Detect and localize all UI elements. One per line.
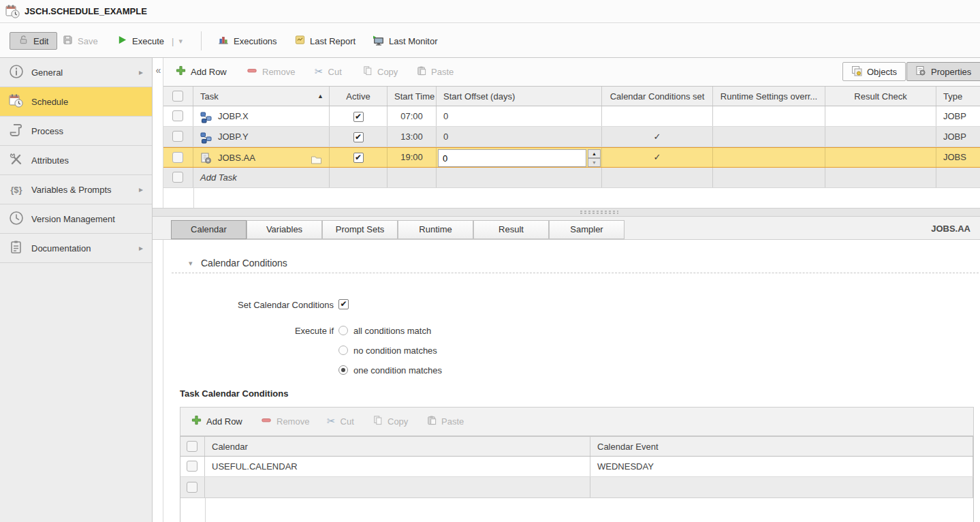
edit-button[interactable]: Edit <box>10 32 57 50</box>
conditions-remove-button[interactable]: Remove <box>261 412 309 430</box>
sidebar-item-schedule[interactable]: Schedule <box>0 87 152 117</box>
last-monitor-button[interactable]: Last Monitor <box>373 32 438 50</box>
active-checkbox[interactable]: ✔ <box>353 132 364 142</box>
calendar-conditions-cell <box>602 168 713 187</box>
row-checkbox[interactable] <box>187 461 197 472</box>
add-row-label: Add Row <box>206 416 242 427</box>
executions-button[interactable]: Executions <box>218 32 277 50</box>
column-header-runtime-settings[interactable]: Runtime Settings overr... <box>713 87 825 106</box>
paste-button[interactable]: Paste <box>417 63 454 80</box>
conditions-copy-button[interactable]: Copy <box>373 412 408 430</box>
set-calendar-conditions-checkbox[interactable]: ✔ <box>338 299 349 309</box>
tab-variables[interactable]: Variables <box>247 220 322 239</box>
active-cell: ✔ <box>330 106 388 126</box>
objects-button[interactable]: Objects <box>842 62 906 81</box>
start-time-cell <box>388 168 437 187</box>
runtime-settings-cell <box>713 148 825 167</box>
copy-label: Copy <box>377 67 398 77</box>
folder-icon[interactable] <box>311 153 322 167</box>
row-select-cell <box>180 457 205 476</box>
radio-label-all-conditions-match[interactable]: all conditions match <box>353 326 431 336</box>
select-all-checkbox[interactable] <box>172 91 183 102</box>
copy-icon <box>373 415 383 427</box>
column-header-calendar-event[interactable]: Calendar Event <box>590 437 973 456</box>
execute-dropdown-icon[interactable]: ▾ <box>178 37 183 46</box>
sidebar-item-general[interactable]: General ▸ <box>0 58 152 87</box>
sidebar-item-version-management[interactable]: Version Management <box>0 204 152 234</box>
spinner-up-icon[interactable]: ▲ <box>588 149 601 158</box>
column-header-active[interactable]: Active <box>330 87 388 106</box>
select-all-checkbox[interactable] <box>187 441 197 452</box>
column-header-result-check[interactable]: Result Check <box>825 87 936 106</box>
row-checkbox[interactable] <box>172 152 183 163</box>
properties-button[interactable]: Properties <box>906 62 980 81</box>
remove-label: Remove <box>262 67 295 77</box>
section-title: Calendar Conditions <box>201 258 287 268</box>
tab-prompt-sets[interactable]: Prompt Sets <box>322 220 398 239</box>
copy-button[interactable]: Copy <box>363 63 398 80</box>
paste-label: Paste <box>431 67 454 77</box>
execute-button[interactable]: Execute | ▾ <box>117 32 183 50</box>
collapse-sidebar-button[interactable]: « <box>154 65 163 77</box>
chevron-right-icon: ▸ <box>139 67 143 77</box>
column-header-calendar[interactable]: Calendar <box>205 437 590 456</box>
task-row-jobs-aa-selected[interactable]: JOBS.AA ✔ 19:00 ▲ ▼ ✓ JOBS <box>163 147 980 168</box>
column-header-start-offset[interactable]: Start Offset (days) <box>437 87 602 106</box>
task-calendar-conditions-title: Task Calendar Conditions <box>180 388 288 399</box>
radio-label-no-condition-matches[interactable]: no condition matches <box>353 346 437 356</box>
column-header-type[interactable]: Type <box>936 87 980 106</box>
row-checkbox[interactable] <box>172 110 183 121</box>
column-header-task[interactable]: Task▲ <box>193 87 330 106</box>
radio-label-one-condition-matches[interactable]: one condition matches <box>353 365 442 375</box>
conditions-cut-button[interactable]: ✂ Cut <box>327 412 354 430</box>
active-checkbox[interactable]: ✔ <box>353 153 364 163</box>
task-row-jobp-y[interactable]: JOBP.Y ✔ 13:00 0 ✓ JOBP <box>163 127 980 147</box>
sidebar-item-documentation[interactable]: Documentation ▸ <box>0 234 152 263</box>
row-select-cell <box>180 477 205 497</box>
workflow-icon <box>200 110 212 126</box>
start-offset-input[interactable] <box>438 149 586 167</box>
copy-icon <box>363 65 373 78</box>
start-time-cell: 13:00 <box>388 127 437 147</box>
scissors-icon: ✂ <box>315 65 323 78</box>
cut-button[interactable]: ✂ Cut <box>315 63 342 80</box>
execute-if-label: Execute if <box>163 326 334 336</box>
save-icon <box>63 35 73 47</box>
row-checkbox[interactable] <box>187 482 197 493</box>
minus-icon <box>247 65 257 78</box>
info-icon <box>9 64 24 81</box>
row-checkbox[interactable] <box>172 131 183 142</box>
row-checkbox[interactable] <box>172 172 183 183</box>
radio-all-conditions-match[interactable] <box>338 326 348 335</box>
section-collapse-icon[interactable]: ▾ <box>189 259 193 268</box>
tab-calendar[interactable]: Calendar <box>171 220 247 239</box>
condition-row-useful-calendar[interactable]: USEFUL.CALENDAR WEDNESDAY <box>180 457 973 477</box>
chevron-right-icon: ▸ <box>139 185 143 194</box>
schedule-icon <box>9 93 24 110</box>
radio-no-condition-matches[interactable] <box>338 346 348 355</box>
add-task-row[interactable]: Add Task <box>163 168 980 188</box>
spinner-down-icon[interactable]: ▼ <box>588 158 601 167</box>
sidebar-item-attributes[interactable]: Attributes <box>0 146 152 175</box>
sidebar-item-variables-prompts[interactable]: {$} Variables & Prompts ▸ <box>0 175 152 204</box>
save-button[interactable]: Save <box>63 32 98 50</box>
add-task-placeholder[interactable]: Add Task <box>193 168 330 187</box>
task-row-jobp-x[interactable]: JOBP.X ✔ 07:00 0 JOBP <box>163 106 980 127</box>
conditions-paste-button[interactable]: Paste <box>427 412 464 430</box>
column-header-calendar-conditions-set[interactable]: Calendar Conditions set <box>602 87 713 106</box>
variables-icon: {$} <box>9 185 24 195</box>
tab-result[interactable]: Result <box>473 220 549 239</box>
conditions-add-row-button[interactable]: Add Row <box>191 412 242 430</box>
column-header-start-time[interactable]: Start Time <box>388 87 437 106</box>
radio-one-condition-matches[interactable] <box>338 365 348 375</box>
horizontal-splitter[interactable] <box>153 208 980 217</box>
add-row-button[interactable]: Add Row <box>176 63 227 80</box>
tab-sampler[interactable]: Sampler <box>549 220 625 239</box>
active-checkbox[interactable]: ✔ <box>353 112 364 122</box>
sidebar-item-process[interactable]: Process <box>0 117 152 146</box>
condition-empty-row[interactable] <box>180 477 973 498</box>
tab-runtime[interactable]: Runtime <box>398 220 473 239</box>
remove-button[interactable]: Remove <box>247 63 295 80</box>
job-icon <box>200 152 212 167</box>
last-report-button[interactable]: Last Report <box>295 32 355 50</box>
